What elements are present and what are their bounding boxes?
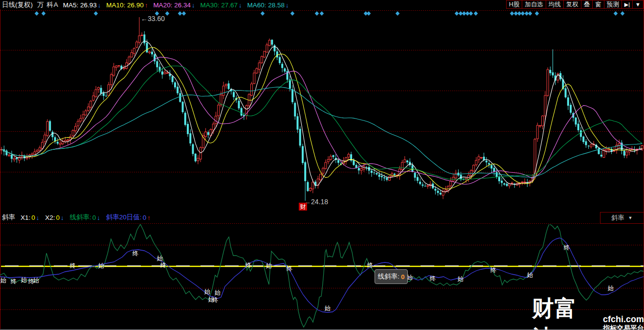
start-end-marker: 终 xyxy=(11,278,17,285)
indicator-header: 斜率 X1: 0↓X2: 0↓线斜率: 0↓斜率20日值: 0↑ xyxy=(2,212,151,222)
signal-diamond-icon xyxy=(165,11,170,16)
start-end-marker: 始 xyxy=(0,277,6,284)
signal-diamond-icon xyxy=(528,11,533,16)
value-tooltip: 线斜率: 0 xyxy=(375,269,408,284)
tooltip-label: 线斜率: xyxy=(378,272,400,281)
watermark: 财富池 cfchi.com 指标交易平台 xyxy=(532,294,644,330)
indicator-selector[interactable]: 斜率 ▼ xyxy=(600,212,644,224)
ma-item: MA5: 26.93↓ xyxy=(63,1,101,9)
signal-diamond-icon xyxy=(396,11,400,16)
ma-item: MA20: 26.34↓ xyxy=(153,1,195,9)
start-end-marker: 始 xyxy=(214,289,221,296)
start-end-marker: 终 xyxy=(160,262,167,269)
trend-down-icon: ↓ xyxy=(192,1,195,9)
top-toolbar: H股加自选均线复权叠窗预测▶|▼ xyxy=(507,0,644,9)
toolbar-button-加自选[interactable]: 加自选 xyxy=(522,0,546,9)
start-end-marker: 终 xyxy=(70,262,76,269)
signal-diamond-icon xyxy=(178,11,182,16)
signal-diamond-icon xyxy=(455,11,459,16)
start-end-marker: 终 xyxy=(133,250,139,257)
signal-diamond-icon xyxy=(261,11,265,16)
signal-diamond-icon xyxy=(535,11,539,16)
signal-diamond-icon xyxy=(510,11,514,16)
ma-item: MA30: 27.67↓ xyxy=(200,1,242,9)
start-end-marker: 始 xyxy=(266,262,272,269)
stock-name: 万 科A xyxy=(37,0,59,9)
toolbar-dropdown-icon[interactable]: ▼ xyxy=(632,0,644,9)
candlestick-chart[interactable]: ←33.60←24.18始终始终始终始终始终始始终始终始终始终始终始终始终始 xyxy=(0,0,644,330)
toolbar-button-预测[interactable]: 预测 xyxy=(604,0,622,9)
signal-diamond-icon xyxy=(521,11,525,16)
start-end-marker: 始 xyxy=(527,272,533,279)
signal-diamond-icon xyxy=(182,11,186,16)
ma-line-5 xyxy=(1,41,642,192)
start-end-marker: 始 xyxy=(156,255,163,262)
signal-diamond-icon xyxy=(290,11,295,16)
trend-down-icon: ↓ xyxy=(36,214,40,221)
signal-diamond-icon xyxy=(315,11,319,16)
indicator-field: 线斜率: 0↓ xyxy=(70,213,100,222)
trend-down-icon: ↓ xyxy=(98,1,101,9)
indicator-field: X2: 0↓ xyxy=(45,213,64,222)
cai-badge-icon: 财 xyxy=(299,203,307,211)
toolbar-button-H股[interactable]: H股 xyxy=(506,0,523,9)
low-annotation: ←24.18 xyxy=(304,198,328,206)
start-end-marker: 终 xyxy=(212,297,219,304)
signal-diamond-icon xyxy=(621,11,625,16)
ma-item: MA60: 28.58↓ xyxy=(247,1,289,9)
watermark-domain: cfchi.com xyxy=(603,314,644,325)
high-annotation: ←33.60 xyxy=(141,15,165,23)
chevron-down-icon: ▼ xyxy=(628,215,633,220)
signal-diamond-icon xyxy=(614,11,618,16)
trend-up-icon: ↑ xyxy=(147,214,151,221)
toolbar-button-均线[interactable]: 均线 xyxy=(546,0,564,9)
toolbar-button-叠[interactable]: 叠 xyxy=(581,0,593,9)
start-end-marker: 终 xyxy=(490,267,497,274)
jump-last-icon[interactable]: ▶| xyxy=(622,0,633,9)
indicator-field: 斜率20日值: 0↑ xyxy=(106,213,151,222)
signal-diamond-icon xyxy=(94,11,98,16)
indicator-name: 斜率 xyxy=(2,213,15,222)
start-end-marker: 始 xyxy=(324,305,331,312)
start-end-marker: 终 xyxy=(287,265,293,272)
trend-down-icon: ↓ xyxy=(239,1,242,9)
ma-values: MA5: 26.93↓MA10: 26.90↑MA20: 26.34↓MA30:… xyxy=(63,1,289,9)
toolbar-button-复权[interactable]: 复权 xyxy=(563,0,581,9)
start-end-marker: 始 xyxy=(204,288,211,295)
trend-down-icon: ↓ xyxy=(97,214,100,221)
indicator-values: X1: 0↓X2: 0↓线斜率: 0↓斜率20日值: 0↑ xyxy=(21,213,151,222)
ma-line-30 xyxy=(1,66,642,179)
start-end-marker: 终 xyxy=(245,262,252,269)
start-end-marker: 始 xyxy=(98,262,105,269)
start-end-marker: 终 xyxy=(430,275,436,282)
indicator-selector-label: 斜率 xyxy=(612,213,624,222)
signal-diamond-icon xyxy=(42,11,46,16)
start-end-marker: 终 xyxy=(367,262,374,269)
app-window: ←33.60←24.18始终始终始终始终始终始始终始终始终始终始终始终始终始 日… xyxy=(0,0,644,330)
signal-diamond-icon xyxy=(469,11,473,16)
main-chart-header: 日线(复权) 万 科A MA5: 26.93↓MA10: 26.90↑MA20:… xyxy=(2,0,289,9)
start-end-marker: 终 xyxy=(564,244,570,251)
signal-diamond-icon xyxy=(474,11,478,16)
chart-period: 日线(复权) xyxy=(2,0,33,9)
toolbar-button-窗[interactable]: 窗 xyxy=(592,0,604,9)
tooltip-value: 0 xyxy=(401,273,405,281)
signal-diamond-icon xyxy=(320,11,324,16)
start-end-marker: 始 xyxy=(607,285,614,292)
signal-diamond-icon xyxy=(35,11,39,16)
ma-line-10 xyxy=(1,47,642,189)
trend-down-icon: ↓ xyxy=(286,1,289,9)
start-end-marker: 始 xyxy=(21,277,27,283)
signal-diamond-icon xyxy=(367,11,371,16)
start-end-marker: 始 xyxy=(457,276,464,283)
indicator-field: X1: 0↓ xyxy=(21,213,39,222)
ma-line-20 xyxy=(1,57,642,184)
trend-up-icon: ↑ xyxy=(145,1,148,9)
trend-down-icon: ↓ xyxy=(61,214,64,221)
start-end-marker: 始 xyxy=(33,277,40,284)
ma-item: MA10: 26.90↑ xyxy=(106,1,148,9)
watermark-brand: 财富池 xyxy=(532,294,600,330)
